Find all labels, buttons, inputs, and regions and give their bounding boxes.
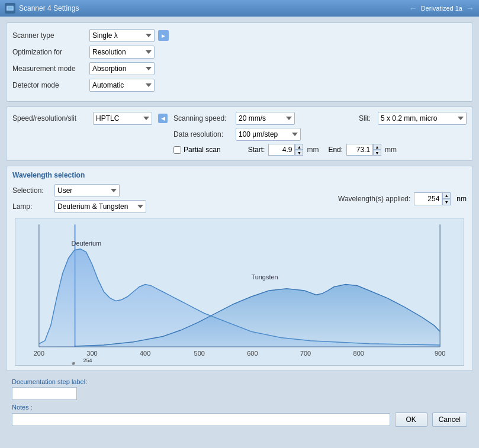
measurement-mode-select[interactable]: Absorption Fluorescence Remission <box>89 62 155 75</box>
wavelength-input[interactable] <box>414 192 442 205</box>
back-arrow-icon: ← <box>409 4 417 13</box>
start-label: Start: <box>248 146 265 154</box>
scanning-speed-select[interactable]: 5 mm/s 10 mm/s 20 mm/s 50 mm/s 100 mm/s <box>236 112 295 125</box>
end-spinbox-btns: ▲ ▼ <box>373 144 381 156</box>
svg-text:254: 254 <box>83 357 92 363</box>
wavelength-title: Wavelength selection <box>12 171 467 179</box>
wavelength-up-btn[interactable]: ▲ <box>442 192 451 199</box>
selection-label: Selection: <box>12 186 51 195</box>
lamp-select[interactable]: Deuterium & Tungsten Deuterium Tungsten <box>54 200 146 213</box>
lamp-label: Lamp: <box>12 202 51 211</box>
svg-text:600: 600 <box>247 350 258 357</box>
wavelength-left-controls: Selection: User Automatic Lamp: Deuteriu… <box>12 184 146 213</box>
spectrum-chart: 200 300 400 500 600 700 800 900 254 ⊕ <box>15 218 464 365</box>
measurement-mode-row: Measurement mode Absorption Fluorescence… <box>12 62 467 75</box>
slit-row: Slit: 5 x 0.2 mm, micro 5 x 0.45 mm, mic… <box>359 112 467 125</box>
svg-text:900: 900 <box>435 350 445 357</box>
slit-label: Slit: <box>359 114 374 123</box>
wavelength-section: Wavelength selection Selection: User Aut… <box>6 166 473 371</box>
detector-mode-select[interactable]: Automatic PMT CCD <box>89 79 155 92</box>
notes-label: Notes : <box>12 404 467 411</box>
svg-text:700: 700 <box>300 350 311 357</box>
scanner-icon <box>5 3 15 14</box>
forward-arrow-icon: → <box>466 4 474 13</box>
selection-row: Selection: User Automatic <box>12 184 146 197</box>
lamp-row: Lamp: Deuterium & Tungsten Deuterium Tun… <box>12 200 146 213</box>
data-resolution-row: Data resolution: 25 µm/step 50 µm/step 1… <box>173 128 467 141</box>
wavelength-applied-label: Wavelength(s) applied: <box>338 195 410 203</box>
svg-text:200: 200 <box>34 350 44 357</box>
speed-left: Speed/resolution/slit HPTLC TLC UTLC ◀ <box>12 112 168 125</box>
settings-panel: Scanner type Single λ Multi λ Spectrum ►… <box>6 22 473 102</box>
title-bar-left: Scanner 4 Settings <box>5 3 79 14</box>
optimization-select[interactable]: Resolution Sensitivity Speed <box>89 46 155 59</box>
end-down-btn[interactable]: ▼ <box>373 150 381 156</box>
doc-step-label: Documentation step label: <box>12 378 467 385</box>
selection-select[interactable]: User Automatic <box>54 184 120 197</box>
wavelength-unit: nm <box>457 195 467 203</box>
svg-text:800: 800 <box>353 350 364 357</box>
data-resolution-select[interactable]: 25 µm/step 50 µm/step 100 µm/step 200 µm… <box>236 128 301 141</box>
deuterium-chart-label: Deuterium <box>72 240 102 247</box>
optimization-label: Optimization for <box>12 48 89 56</box>
partial-scan-group: Partial scan <box>173 146 221 154</box>
detector-mode-label: Detector mode <box>12 81 89 89</box>
scanner-type-label: Scanner type <box>12 31 89 40</box>
svg-text:⊕: ⊕ <box>72 361 76 365</box>
start-group: Start: ▲ ▼ mm <box>248 144 319 156</box>
cancel-button[interactable]: Cancel <box>432 412 467 427</box>
speed-panel: Speed/resolution/slit HPTLC TLC UTLC ◀ S… <box>6 107 473 161</box>
data-resolution-label: Data resolution: <box>173 130 236 138</box>
speed-right: Scanning speed: 5 mm/s 10 mm/s 20 mm/s 5… <box>173 112 467 156</box>
optimization-row: Optimization for Resolution Sensitivity … <box>12 46 467 59</box>
speed-resolution-label: Speed/resolution/slit <box>12 114 89 123</box>
notes-input[interactable] <box>12 413 390 426</box>
doc-step-input[interactable] <box>12 387 77 400</box>
notes-row: OK Cancel <box>12 412 467 427</box>
end-up-btn[interactable]: ▲ <box>373 144 381 150</box>
scanning-speed-label: Scanning speed: <box>173 114 236 123</box>
svg-text:300: 300 <box>86 350 97 357</box>
slit-select[interactable]: 5 x 0.2 mm, micro 5 x 0.45 mm, micro 8 x… <box>378 112 467 125</box>
derivatized-label: Derivatized 1a <box>421 5 462 12</box>
wavelength-spinbox-btns: ▲ ▼ <box>442 192 451 205</box>
end-group: End: ▲ ▼ mm <box>328 144 397 156</box>
scanning-speed-row: Scanning speed: 5 mm/s 10 mm/s 20 mm/s 5… <box>173 112 295 125</box>
scanner-type-row: Scanner type Single λ Multi λ Spectrum ► <box>12 29 467 42</box>
start-down-btn[interactable]: ▼ <box>295 150 303 156</box>
start-spinbox-btns: ▲ ▼ <box>295 144 303 156</box>
partial-scan-checkbox[interactable] <box>173 146 181 154</box>
start-input[interactable] <box>268 144 295 156</box>
end-unit: mm <box>385 146 397 154</box>
svg-rect-1 <box>8 7 12 9</box>
wavelength-controls: Selection: User Automatic Lamp: Deuteriu… <box>12 184 467 213</box>
end-label: End: <box>328 146 343 154</box>
start-unit: mm <box>307 146 319 154</box>
svg-text:500: 500 <box>194 350 205 357</box>
wavelength-down-btn[interactable]: ▼ <box>442 199 451 205</box>
ok-button[interactable]: OK <box>395 412 427 427</box>
start-spinbox[interactable]: ▲ ▼ <box>268 144 303 156</box>
wavelength-applied-group: Wavelength(s) applied: ▲ ▼ nm <box>338 192 467 205</box>
wavelength-value-box: ▲ ▼ <box>414 192 451 205</box>
title-bar: Scanner 4 Settings ← Derivatized 1a → <box>0 0 479 17</box>
measurement-mode-label: Measurement mode <box>12 65 89 73</box>
speed-panel-inner: Speed/resolution/slit HPTLC TLC UTLC ◀ S… <box>12 112 467 156</box>
main-content: Scanner type Single λ Multi λ Spectrum ►… <box>0 17 479 435</box>
speed-resolution-select[interactable]: HPTLC TLC UTLC <box>93 112 152 125</box>
svg-text:400: 400 <box>140 350 150 357</box>
bottom-section: Documentation step label: Notes : OK Can… <box>6 376 473 429</box>
end-spinbox[interactable]: ▲ ▼ <box>346 144 381 156</box>
detector-mode-row: Detector mode Automatic PMT CCD <box>12 79 467 92</box>
end-input[interactable] <box>346 144 373 156</box>
chart-area: 200 300 400 500 600 700 800 900 254 ⊕ <box>15 218 464 366</box>
window-title: Scanner 4 Settings <box>19 4 79 12</box>
start-end-row: Partial scan Start: ▲ ▼ mm <box>173 144 467 156</box>
title-bar-right: ← Derivatized 1a → <box>409 4 474 13</box>
start-up-btn[interactable]: ▲ <box>295 144 303 150</box>
speed-arrow-button[interactable]: ◀ <box>158 114 168 123</box>
scanner-type-select[interactable]: Single λ Multi λ Spectrum <box>89 29 155 42</box>
tungsten-chart-label: Tungsten <box>251 273 278 281</box>
partial-scan-label: Partial scan <box>184 146 221 154</box>
scanner-type-arrow-button[interactable]: ► <box>158 30 169 41</box>
